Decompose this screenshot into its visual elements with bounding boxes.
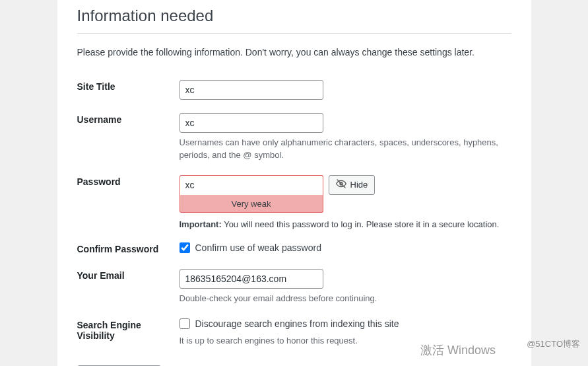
row-site-title: Site Title — [77, 73, 511, 106]
row-email: Your Email Double-check your email addre… — [77, 262, 511, 312]
blog-watermark: @51CTO博客 — [527, 338, 580, 350]
confirm-weak-label[interactable]: Confirm use of weak password — [180, 242, 321, 253]
row-password: Password Very weak — [77, 168, 511, 236]
hide-password-button[interactable]: Hide — [329, 175, 376, 195]
password-input[interactable] — [180, 175, 323, 195]
confirm-weak-text: Confirm use of weak password — [195, 242, 321, 253]
search-visibility-label[interactable]: Discourage search engines from indexing … — [180, 318, 399, 329]
password-important: Important: You will need this password t… — [180, 219, 511, 229]
search-visibility-checkbox[interactable] — [180, 318, 190, 329]
site-title-input[interactable] — [180, 80, 323, 100]
page-title: Information needed — [77, 7, 511, 34]
email-input[interactable] — [180, 269, 323, 289]
form-table: Site Title Username Usernames can have o… — [77, 73, 511, 353]
row-search-visibility: Search Engine Visibility Discourage sear… — [77, 312, 511, 354]
important-text: You will need this password to log in. P… — [222, 219, 500, 229]
install-panel: Information needed Please provide the fo… — [57, 0, 531, 366]
label-password: Password — [77, 168, 180, 236]
confirm-weak-checkbox[interactable] — [180, 242, 190, 253]
password-strength: Very weak — [180, 195, 323, 213]
label-email: Your Email — [77, 262, 180, 312]
email-desc: Double-check your email address before c… — [180, 293, 511, 305]
label-site-title: Site Title — [77, 73, 180, 106]
intro-text: Please provide the following information… — [77, 47, 511, 57]
important-label: Important: — [180, 219, 222, 229]
label-confirm: Confirm Password — [77, 236, 180, 262]
username-desc: Usernames can have only alphanumeric cha… — [180, 137, 511, 162]
hide-button-label: Hide — [350, 180, 368, 190]
label-username: Username — [77, 106, 180, 168]
row-confirm: Confirm Password Confirm use of weak pas… — [77, 236, 511, 262]
search-visibility-desc: It is up to search engines to honor this… — [180, 335, 511, 348]
username-input[interactable] — [180, 113, 323, 133]
label-search-visibility: Search Engine Visibility — [77, 312, 180, 354]
search-visibility-text: Discourage search engines from indexing … — [195, 318, 399, 329]
row-username: Username Usernames can have only alphanu… — [77, 106, 511, 168]
eye-slash-icon — [336, 178, 346, 191]
